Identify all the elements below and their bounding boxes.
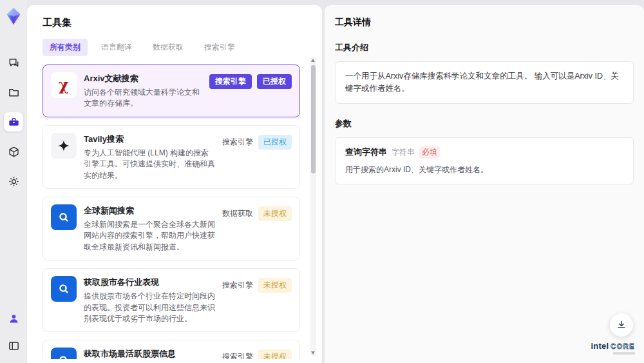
auth-status-badge: 未授权	[258, 206, 292, 221]
tool-card-tavily[interactable]: Tavily搜索 专为人工智能代理 (LLM) 构建的搜索引擎工具。可快速提供实…	[43, 125, 300, 189]
tool-card-body: 全球新闻搜索 全球新闻搜索是一个聚合全球各大新闻网站内容的搜索引擎，帮助用户快速…	[84, 204, 215, 253]
tools-panel: 工具集 所有类别 语言翻译 数据获取 搜索引擎 χ Arxiv文献搜索 访问各个…	[27, 5, 322, 363]
star-icon	[51, 133, 77, 159]
tab-language-translation[interactable]: 语言翻译	[94, 39, 139, 56]
search-blue-icon	[51, 276, 77, 302]
auth-status-badge: 未授权	[258, 349, 292, 359]
app-logo[interactable]	[3, 5, 24, 27]
category-badge: 数据获取	[222, 208, 253, 219]
parameter-name: 查询字符串	[345, 146, 387, 158]
tab-search-engine[interactable]: 搜索引擎	[197, 39, 242, 56]
tool-card-body: Arxiv文献搜索 访问各个研究领域大量科学论文和文章的存储库。	[84, 72, 202, 110]
required-badge: 必填	[419, 146, 440, 159]
tool-card-sector-performance[interactable]: 获取股市各行业表现 提供股票市场各个行业在特定时间段内的表现。投资者可以利用这些…	[43, 268, 300, 332]
download-button[interactable]	[610, 313, 633, 337]
tool-card-arxiv[interactable]: χ Arxiv文献搜索 访问各个研究领域大量科学论文和文章的存储库。 搜索引擎 …	[43, 64, 300, 117]
sidebar-item-settings[interactable]	[4, 172, 23, 191]
tool-name: 全球新闻搜索	[84, 205, 215, 217]
intel-logo-underbar	[613, 352, 635, 355]
tool-badges: 搜索引擎 未授权	[222, 348, 292, 359]
tool-details-panel: 工具详情 工具介绍 一个用于从Arxiv存储库搜索科学论文和文章的工具。 输入可…	[325, 5, 644, 363]
tool-card-global-news[interactable]: 全球新闻搜索 全球新闻搜索是一个聚合全球各大新闻网站内容的搜索引擎，帮助用户快速…	[43, 197, 300, 260]
tool-card-active-stocks[interactable]: 获取市场最活跃股票信息 提供当天交易量最高的股票列表，投资者可以利用这些信息来识…	[43, 340, 300, 359]
core-brand-text: core	[611, 343, 635, 350]
arxiv-chi-icon: χ	[51, 72, 77, 98]
tool-card-body: 获取市场最活跃股票信息 提供当天交易量最高的股票列表，投资者可以利用这些信息来识…	[84, 348, 215, 359]
category-badge: 搜索引擎	[209, 74, 252, 89]
auth-status-badge: 未授权	[258, 278, 292, 293]
params-section-title: 参数	[335, 118, 634, 130]
category-tabs: 所有类别 语言翻译 数据获取 搜索引擎	[43, 39, 300, 56]
app-logo-diamond-icon	[4, 6, 23, 26]
parameter-box: 查询字符串 字符串 必填 用于搜索的Arxiv ID、关键字或作者姓名。	[335, 137, 634, 184]
details-title: 工具详情	[335, 17, 634, 28]
sidebar-item-files[interactable]	[4, 83, 23, 102]
tool-list-scrollbar[interactable]	[310, 57, 316, 357]
tool-description: 专为人工智能代理 (LLM) 构建的搜索引擎工具。可快速提供实时、准确和真实的结…	[84, 148, 215, 181]
parameter-description: 用于搜索的Arxiv ID、关键字或作者姓名。	[345, 164, 623, 175]
tool-name: Arxiv文献搜索	[84, 73, 202, 84]
tab-data-acquisition[interactable]: 数据获取	[146, 39, 191, 56]
search-blue-icon	[51, 204, 77, 230]
download-icon	[616, 319, 627, 331]
intel-brand-text: intel	[591, 342, 609, 350]
auth-status-badge: 已授权	[258, 135, 292, 150]
package-icon	[8, 146, 20, 158]
chat-icon	[8, 57, 20, 69]
user-icon	[8, 313, 20, 325]
tool-intro-box: 一个用于从Arxiv存储库搜索科学论文和文章的工具。 输入可以是Arxiv ID…	[335, 61, 634, 104]
category-badge: 搜索引擎	[222, 280, 253, 291]
intro-section-title: 工具介绍	[335, 42, 634, 54]
tool-badges: 数据获取 未授权	[222, 204, 292, 221]
sidebar-item-tools[interactable]	[4, 112, 23, 132]
page-title: 工具集	[43, 17, 300, 29]
tool-badges: 搜索引擎 未授权	[222, 276, 292, 293]
tab-all-categories[interactable]: 所有类别	[43, 39, 88, 56]
tool-badges: 搜索引擎 已授权	[222, 133, 292, 150]
scroll-up-icon[interactable]	[311, 59, 315, 62]
intel-core-logo: intel core	[591, 342, 635, 355]
sidebar-item-packages[interactable]	[4, 142, 23, 161]
auth-status-badge: 已授权	[257, 74, 292, 89]
search-blue-icon	[51, 348, 77, 359]
tool-card-body: 获取股市各行业表现 提供股票市场各个行业在特定时间段内的表现。投资者可以利用这些…	[84, 276, 215, 324]
sidebar-item-panel-toggle[interactable]	[4, 336, 23, 355]
tool-name: 获取股市各行业表现	[84, 277, 215, 288]
folder-icon	[8, 86, 20, 99]
tool-card-body: Tavily搜索 专为人工智能代理 (LLM) 构建的搜索引擎工具。可快速提供实…	[84, 133, 215, 181]
tool-name: 获取市场最活跃股票信息	[84, 348, 215, 359]
tool-name: Tavily搜索	[84, 133, 215, 145]
sidebar-item-chat[interactable]	[4, 53, 23, 72]
settings-icon	[8, 175, 20, 188]
panel-icon	[8, 340, 20, 352]
scroll-down-icon[interactable]	[311, 351, 315, 355]
tool-description: 提供股票市场各个行业在特定时间段内的表现。投资者可以利用这些信息来识别表现优于或…	[84, 291, 215, 324]
tool-description: 访问各个研究领域大量科学论文和文章的存储库。	[84, 87, 202, 110]
category-badge: 搜索引擎	[222, 137, 253, 148]
sidebar-rail	[0, 0, 27, 363]
tool-badges: 搜索引擎 已授权	[209, 72, 292, 89]
sidebar-item-user[interactable]	[4, 309, 23, 328]
parameter-type: 字符串	[392, 147, 415, 158]
parameter-header: 查询字符串 字符串 必填	[345, 146, 623, 159]
tool-list: χ Arxiv文献搜索 访问各个研究领域大量科学论文和文章的存储库。 搜索引擎 …	[43, 64, 300, 359]
tool-description: 全球新闻搜索是一个聚合全球各大新闻网站内容的搜索引擎，帮助用户快速获取全球最新资…	[84, 219, 215, 253]
toolbox-icon	[8, 116, 20, 128]
scrollbar-thumb[interactable]	[311, 65, 316, 173]
category-badge: 搜索引擎	[222, 351, 253, 359]
